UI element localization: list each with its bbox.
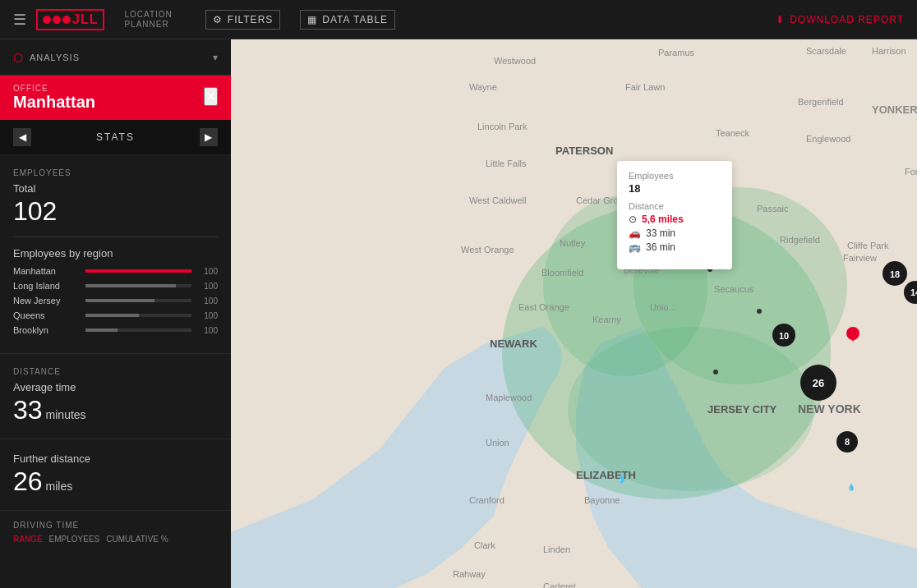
svg-text:Ridgefield: Ridgefield [780, 235, 820, 245]
data-table-button[interactable]: ▦ DATA TABLE [300, 10, 395, 30]
tooltip-distance: Distance ⊙ 5,6 miles 🚗 33 min 🚌 36 min [629, 201, 721, 253]
svg-text:Bayonne: Bayonne [584, 495, 620, 505]
filters-button[interactable]: ⚙ FILTERS [205, 10, 280, 30]
stats-next-button[interactable]: ▶ [200, 128, 218, 146]
distance-section: DISTANCE Average time 33 minutes [0, 354, 231, 439]
jll-logo-circles [43, 16, 71, 24]
tooltip-car-row: 🚗 33 min [629, 227, 721, 239]
main-layout: ⬡ ANALYSIS ▾ OFFICE Manhattan ✕ ◀ STATS … [0, 39, 917, 588]
regions-list: Manhattan 100 Long Island 100 New Jersey… [13, 266, 218, 335]
region-row: Queens 100 [13, 310, 218, 320]
svg-text:ELIZABETH: ELIZABETH [576, 469, 636, 481]
jll-text: JLL [72, 12, 98, 27]
svg-text:8: 8 [845, 437, 850, 447]
further-distance-value: 26 [13, 466, 43, 497]
svg-text:Maplewood: Maplewood [486, 393, 532, 402]
further-distance-unit: miles [46, 480, 73, 493]
region-bar [85, 269, 191, 273]
employees-by-region-label: Employees by region [13, 247, 218, 260]
region-value: 100 [198, 267, 218, 276]
download-icon: ⬇ [776, 14, 785, 25]
svg-point-61 [713, 370, 718, 374]
jll-logo: JLL [36, 9, 104, 30]
svg-text:NEW YORK: NEW YORK [798, 402, 861, 416]
topbar: ☰ JLL LOCATION PLANNER ⚙ FILTERS ▦ DATA … [0, 0, 917, 39]
topbar-right: ⬇ DOWNLOAD REPORT [776, 14, 904, 25]
map-tooltip: Employees 18 Distance ⊙ 5,6 miles 🚗 33 m… [617, 161, 732, 269]
close-button[interactable]: ✕ [204, 87, 218, 106]
svg-text:Lincoln Park: Lincoln Park [477, 122, 528, 131]
tooltip-bus-row: 🚌 36 min [629, 241, 721, 253]
region-name: Queens [13, 310, 79, 320]
region-name: Brooklyn [13, 325, 79, 335]
region-bar [85, 299, 154, 302]
svg-text:10: 10 [779, 331, 789, 341]
distance-label: DISTANCE [13, 367, 218, 376]
svg-text:Englewood: Englewood [806, 134, 850, 144]
region-bar-container [85, 314, 191, 317]
tooltip-employees-label: Employees [629, 171, 721, 181]
svg-text:18: 18 [890, 269, 900, 279]
further-distance-label: Further distance [13, 452, 218, 465]
svg-text:Harrison: Harrison [872, 46, 906, 56]
region-value: 100 [198, 296, 218, 305]
driving-time-label: Driving time [13, 521, 218, 530]
svg-text:Little Falls: Little Falls [486, 158, 527, 168]
jll-circle-1 [43, 16, 51, 24]
office-info: OFFICE Manhattan [13, 84, 95, 112]
sidebar: ⬡ ANALYSIS ▾ OFFICE Manhattan ✕ ◀ STATS … [0, 39, 231, 588]
map-svg: Westwood Paramus Scarsdale Harrison Mama… [231, 39, 917, 588]
employees-section: EMPLOYEES Total 102 Employees by region … [0, 155, 231, 354]
further-distance-section: Further distance 26 miles [0, 439, 231, 511]
tooltip-miles: 5,6 miles [642, 214, 684, 225]
stats-label: STATS [96, 131, 135, 143]
analysis-icon: ⬡ [13, 51, 23, 64]
svg-text:Nutley: Nutley [560, 238, 586, 248]
topbar-left: ☰ JLL LOCATION PLANNER [13, 9, 173, 30]
region-value: 100 [198, 326, 218, 335]
svg-text:Carteret: Carteret [543, 581, 576, 588]
region-row: Brooklyn 100 [13, 325, 218, 335]
region-bar-container [85, 269, 191, 273]
svg-text:Passaic: Passaic [757, 204, 789, 214]
avg-time-unit: minutes [46, 408, 86, 421]
svg-text:14: 14 [910, 287, 917, 297]
driving-col-label: Range [13, 535, 43, 544]
filters-icon: ⚙ [213, 14, 223, 25]
svg-text:YONKERS: YONKERS [872, 103, 917, 116]
table-icon: ▦ [307, 14, 317, 25]
svg-text:Teaneck: Teaneck [716, 128, 749, 138]
tooltip-employees-value: 18 [629, 182, 721, 195]
svg-text:Bloomfield: Bloomfield [541, 268, 583, 278]
region-value: 100 [198, 282, 218, 291]
svg-text:Unio...: Unio... [650, 302, 676, 312]
svg-text:Clark: Clark [474, 540, 495, 550]
svg-text:Fair Lawn: Fair Lawn [625, 82, 665, 92]
stats-prev-button[interactable]: ◀ [13, 128, 31, 146]
office-label: OFFICE [13, 84, 95, 93]
sidebar-analysis-header[interactable]: ⬡ ANALYSIS ▾ [0, 39, 231, 76]
region-row: Long Island 100 [13, 281, 218, 291]
svg-text:Fort Lee: Fort Lee [905, 167, 917, 177]
download-report-button[interactable]: ⬇ DOWNLOAD REPORT [776, 14, 904, 25]
region-row: Manhattan 100 [13, 266, 218, 276]
office-header: OFFICE Manhattan ✕ [0, 76, 231, 120]
svg-text:NEWARK: NEWARK [490, 338, 537, 350]
total-value: 102 [13, 196, 218, 227]
tooltip-miles-row: ⊙ 5,6 miles [629, 214, 721, 225]
office-title: Manhattan [13, 93, 95, 112]
svg-text:Bergenfield: Bergenfield [798, 97, 844, 107]
stats-nav: ◀ STATS ▶ [0, 120, 231, 155]
svg-text:Wayne: Wayne [469, 82, 497, 92]
chevron-down-icon[interactable]: ▾ [213, 52, 218, 63]
topbar-center: ⚙ FILTERS ▦ DATA TABLE [205, 10, 395, 30]
tooltip-employees: Employees 18 [629, 171, 721, 195]
driving-col-label: Cumulative % [106, 535, 168, 544]
svg-text:Kearny: Kearny [592, 315, 621, 324]
region-row: New Jersey 100 [13, 296, 218, 305]
svg-text:Rahway: Rahway [453, 569, 486, 579]
map-container[interactable]: Westwood Paramus Scarsdale Harrison Mama… [231, 39, 917, 588]
svg-text:Cliffe Park: Cliffe Park [847, 241, 889, 250]
hamburger-icon[interactable]: ☰ [13, 11, 26, 29]
driving-cols: RangeEmployeesCumulative % [13, 535, 218, 544]
